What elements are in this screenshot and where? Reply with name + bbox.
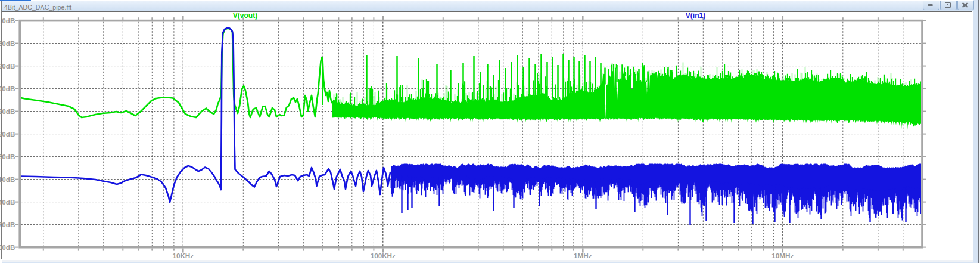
svg-text:-60dB: -60dB xyxy=(0,62,15,70)
svg-text:-120dB: -120dB xyxy=(0,107,15,115)
svg-text:V(vout): V(vout) xyxy=(233,11,257,20)
svg-text:100KHz: 100KHz xyxy=(371,252,396,259)
svg-text:-240dB: -240dB xyxy=(0,198,15,206)
svg-text:10MHz: 10MHz xyxy=(771,252,794,259)
svg-text:1MHz: 1MHz xyxy=(574,252,592,259)
svg-text:-30dB: -30dB xyxy=(0,39,15,47)
svg-text:-270dB: -270dB xyxy=(0,221,15,228)
svg-text:-180dB: -180dB xyxy=(0,153,15,160)
svg-text:V(in1): V(in1) xyxy=(686,11,705,20)
svg-text:10KHz: 10KHz xyxy=(172,252,194,259)
svg-text:-90dB: -90dB xyxy=(0,85,15,92)
svg-text:-300dB: -300dB xyxy=(0,243,15,251)
svg-text:0dB: 0dB xyxy=(2,17,15,24)
svg-text:-210dB: -210dB xyxy=(0,175,15,183)
svg-text:-150dB: -150dB xyxy=(0,130,15,138)
